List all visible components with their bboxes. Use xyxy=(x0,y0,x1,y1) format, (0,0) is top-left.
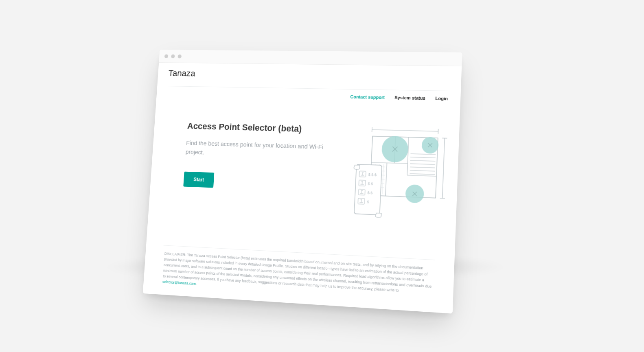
window-control-zoom-icon[interactable] xyxy=(177,54,182,58)
svg-line-14 xyxy=(410,160,436,161)
svg-line-0 xyxy=(372,130,438,131)
start-button[interactable]: Start xyxy=(183,171,214,188)
hero-illustration: $ $ $ $ $ $ $ $ xyxy=(343,125,451,224)
svg-text:$ $: $ $ xyxy=(368,181,373,186)
brand-logo: Tanaza xyxy=(168,68,450,83)
svg-line-13 xyxy=(410,157,436,158)
svg-line-8 xyxy=(371,162,407,164)
svg-line-1 xyxy=(372,127,372,132)
svg-line-5 xyxy=(440,198,445,199)
svg-line-15 xyxy=(410,164,435,164)
svg-line-17 xyxy=(410,171,435,171)
nav-contact-support[interactable]: Contact support xyxy=(350,94,385,100)
window-control-minimize-icon[interactable] xyxy=(171,54,175,58)
svg-line-18 xyxy=(410,174,435,175)
disclaimer-suffix: . xyxy=(196,282,197,286)
nav-login[interactable]: Login xyxy=(435,96,448,101)
svg-text:$ $: $ $ xyxy=(367,191,372,195)
nav-system-status[interactable]: System status xyxy=(394,95,425,101)
svg-text:$: $ xyxy=(367,200,369,204)
svg-line-3 xyxy=(442,138,445,199)
page-subtitle: Find the best access point for your loca… xyxy=(185,138,326,161)
floorplan-illustration-icon: $ $ $ $ $ $ $ $ xyxy=(343,125,451,224)
browser-window: Tanaza Contact support System status Log… xyxy=(143,50,462,313)
svg-line-10 xyxy=(407,175,436,177)
svg-line-12 xyxy=(410,154,436,155)
disclaimer: DISCLAIMER: The Tanaza Access Point Sele… xyxy=(161,245,435,304)
svg-line-16 xyxy=(410,167,435,168)
svg-text:$ $ $: $ $ $ xyxy=(368,173,377,177)
svg-line-9 xyxy=(407,137,409,175)
page-title: Access Point Selector (beta) xyxy=(187,121,339,135)
window-control-close-icon[interactable] xyxy=(164,54,169,58)
disclaimer-text: DISCLAIMER: The Tanaza Access Point Sele… xyxy=(163,251,432,292)
disclaimer-email-link[interactable]: selector@tanaza.com xyxy=(162,280,196,286)
svg-line-11 xyxy=(386,163,387,196)
